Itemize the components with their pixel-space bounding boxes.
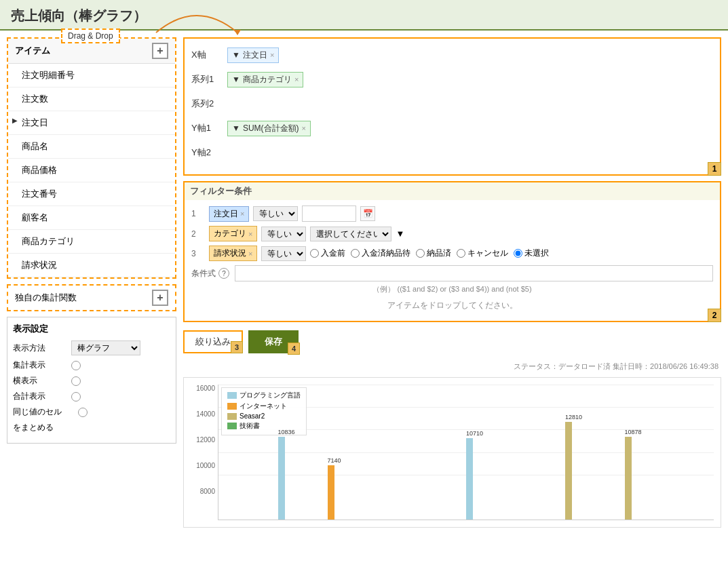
page-header: 売上傾向（棒グラフ） Drag & Drop — [0, 0, 728, 31]
radio-misentaku[interactable]: 未選択 — [514, 248, 549, 259]
filter-row-3: 3 請求状況 × 等しい 入金前 入金済納品待 — [191, 246, 713, 261]
same-value-label2: をまとめる — [13, 422, 67, 433]
radio-misentaku-input[interactable] — [514, 249, 522, 258]
y2-value — [227, 143, 713, 162]
filter-num-3: 3 — [191, 249, 205, 258]
x-tag-text: 注文日 — [243, 50, 267, 61]
total-radio[interactable] — [71, 392, 81, 402]
right-panel: X軸 ▼ 注文日 × 系列1 ▼ 商品カテ — [183, 37, 721, 528]
calendar-icon-1[interactable]: 📅 — [360, 206, 375, 221]
filter-value-2[interactable]: 選択してください — [310, 227, 391, 241]
total-label: 合計表示 — [13, 391, 67, 402]
items-list: 注文明細番号注文数注文日商品名商品価格注文番号顧客名商品カテゴリ請求状況 — [8, 64, 175, 277]
formula-example: （例） (($1 and $2) or ($3 and $4)) and (no… — [191, 284, 713, 294]
bar-group-2: 7140 — [328, 465, 334, 520]
y1-tag[interactable]: ▼ SUM(合計金額) × — [227, 121, 311, 136]
series1-tag-icon: ▼ — [232, 75, 240, 84]
filter-row-1: 1 注文日 × 等しい 📅 — [191, 206, 713, 222]
chart-body: プログラミング言語 インターネット Seasar2 — [218, 385, 714, 520]
formula-input[interactable] — [235, 265, 713, 281]
axis-badge: 1 — [708, 162, 721, 176]
formula-row: 条件式 ? — [191, 265, 713, 281]
item-row-0[interactable]: 注文明細番号 — [8, 64, 175, 87]
save-button[interactable]: 保存 4 — [248, 330, 299, 353]
item-row-6[interactable]: 顧客名 — [8, 206, 175, 230]
series1-label: 系列1 — [191, 73, 222, 85]
item-row-5[interactable]: 注文番号 — [8, 182, 175, 206]
chart-area: 16000 14000 12000 10000 8000 — [183, 377, 721, 528]
filter-input-1[interactable] — [302, 206, 356, 222]
bar-2-1 — [328, 465, 334, 520]
item-row-2[interactable]: 注文日 — [8, 111, 175, 135]
radio-nyukimmae[interactable]: 入金前 — [310, 248, 345, 259]
filter-tag-3-close[interactable]: × — [248, 250, 252, 258]
filter-dropdown-icon-2: ▼ — [396, 229, 404, 239]
filter-tag-1[interactable]: 注文日 × — [209, 206, 249, 222]
filter-condition-2[interactable]: 等しい — [261, 227, 306, 241]
y1-value: ▼ SUM(合計金額) × — [227, 119, 713, 138]
series1-tag-close[interactable]: × — [294, 75, 299, 83]
series1-tag-text: 商品カテゴリ — [243, 74, 292, 85]
status-bar: ステータス：データロード済 集計日時：2018/06/26 16:49:38 — [183, 362, 721, 372]
bottom-bar: 絞り込み 3 保存 4 — [183, 328, 721, 356]
display-settings: 表示設定 表示方法 棒グラフ 折れ線グラフ 円グラフ 集計表示 横表示 — [7, 317, 176, 444]
bar-4-2 — [565, 422, 572, 520]
horizontal-label: 横表示 — [13, 375, 67, 387]
radio-cancel-input[interactable] — [457, 249, 465, 258]
radio-nyukinzuminohin-input[interactable] — [351, 249, 360, 258]
bar-5-2 — [625, 437, 632, 520]
bar-label-4: 12810 — [565, 414, 582, 421]
radio-nyukimmae-input[interactable] — [310, 249, 319, 258]
formula-label-text: 条件式 — [191, 268, 216, 279]
bar-group-3: 10710 — [466, 438, 473, 520]
radio-cancel[interactable]: キャンセル — [457, 248, 508, 259]
filter-num-2: 2 — [191, 229, 205, 239]
item-row-7[interactable]: 商品カテゴリ — [8, 230, 175, 254]
filter-radio-options-3: 入金前 入金済納品待 納品済 キャンセル 未選択 — [310, 248, 549, 259]
filter-condition-1[interactable]: 等しい — [253, 206, 298, 221]
item-row-4[interactable]: 商品価格 — [8, 159, 175, 182]
bar-label-1: 10836 — [278, 429, 295, 435]
chart-y-axis: 16000 14000 12000 10000 8000 — [191, 385, 218, 520]
series1-tag[interactable]: ▼ 商品カテゴリ × — [227, 72, 303, 87]
same-value-radio[interactable] — [78, 408, 88, 417]
method-select[interactable]: 棒グラフ 折れ線グラフ 円グラフ — [71, 340, 140, 355]
chart-bars: 108367140107101281010878 — [218, 385, 714, 520]
series2-row: 系列2 — [191, 94, 713, 113]
y2-row: Y軸2 — [191, 143, 713, 162]
filter-box: フィルター条件 1 注文日 × 等しい 📅 2 — [183, 181, 721, 322]
filter-tag-3[interactable]: 請求状況 × — [209, 246, 257, 261]
item-row-1[interactable]: 注文数 — [8, 87, 175, 111]
bar-group-1: 10836 — [278, 437, 285, 520]
bar-1-0 — [278, 437, 285, 520]
drag-drop-label: Drag & Drop — [61, 28, 120, 43]
radio-nohinsumi-input[interactable] — [416, 249, 425, 258]
aggregate-add-button[interactable]: + — [152, 290, 168, 306]
formula-help-icon[interactable]: ? — [218, 268, 229, 279]
bar-group-5: 10878 — [625, 437, 632, 520]
filter-row-2: 2 カテゴリ × 等しい 選択してください ▼ — [191, 226, 713, 241]
x-tag-close[interactable]: × — [270, 51, 274, 59]
aggregate-setting-row: 集計表示 — [13, 359, 170, 371]
filter-tag-1-close[interactable]: × — [240, 210, 244, 218]
radio-nyukinzuminohin[interactable]: 入金済納品待 — [351, 248, 410, 259]
filter-button[interactable]: 絞り込み 3 — [183, 330, 243, 353]
axis-config-box: X軸 ▼ 注文日 × 系列1 ▼ 商品カテ — [183, 37, 721, 176]
items-box: アイテム + 注文明細番号注文数注文日商品名商品価格注文番号顧客名商品カテゴリ請… — [7, 37, 176, 279]
filter-title: フィルター条件 — [185, 182, 720, 200]
left-panel: アイテム + 注文明細番号注文数注文日商品名商品価格注文番号顧客名商品カテゴリ請… — [7, 37, 176, 528]
filter-tag-3-text: 請求状況 — [214, 248, 246, 259]
y1-tag-close[interactable]: × — [302, 124, 306, 132]
item-row-8[interactable]: 請求状況 — [8, 254, 175, 277]
filter-condition-3[interactable]: 等しい — [261, 246, 306, 261]
filter-tag-2[interactable]: カテゴリ × — [209, 226, 257, 241]
item-row-3[interactable]: 商品名 — [8, 135, 175, 159]
filter-tag-2-close[interactable]: × — [248, 230, 252, 238]
items-add-button[interactable]: + — [152, 43, 168, 59]
x-axis-tag[interactable]: ▼ 注文日 × — [227, 47, 279, 63]
series2-value — [227, 94, 713, 113]
aggregate-radio[interactable] — [71, 361, 81, 370]
y2-label: Y軸2 — [191, 146, 222, 159]
radio-nohinsumi[interactable]: 納品済 — [416, 248, 451, 259]
horizontal-radio[interactable] — [71, 376, 81, 386]
